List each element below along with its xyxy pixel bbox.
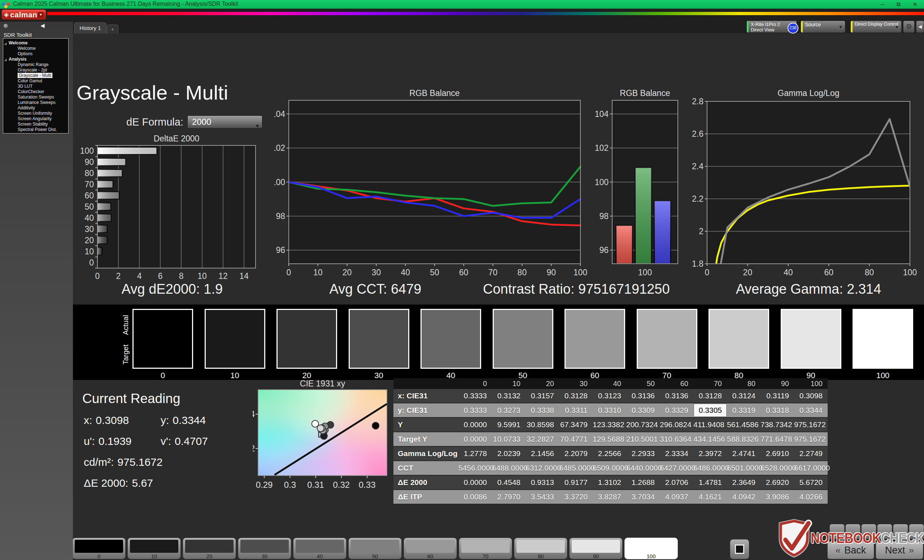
menu-chevron-icon[interactable]: ▾ xyxy=(38,12,44,18)
table-cell[interactable]: 2.7970 xyxy=(492,490,525,504)
level-tile-90[interactable]: 90 xyxy=(569,538,622,559)
table-cell[interactable]: 975.1672 xyxy=(794,432,828,446)
table-cell[interactable]: 2.2079 xyxy=(559,447,592,460)
add-tab-button[interactable]: + xyxy=(107,24,118,34)
tree-item-grayscale-2pt[interactable]: Grayscale - 2pt xyxy=(3,67,68,73)
level-tile-50[interactable]: 50 xyxy=(348,538,402,559)
restore-button-icon[interactable]: ⧉ xyxy=(892,0,904,8)
table-cell[interactable]: 2.3972 xyxy=(693,447,727,460)
table-cell[interactable]: 4.0266 xyxy=(794,490,828,504)
table-cell[interactable]: 0.9177 xyxy=(559,476,592,489)
table-cell[interactable]: 2.0239 xyxy=(492,447,525,460)
level-tile-80[interactable]: 80 xyxy=(514,538,567,559)
settings-gear-icon[interactable]: ⚙ xyxy=(903,21,915,33)
table-cell[interactable]: 9.5991 xyxy=(492,418,525,431)
table-cell[interactable]: 771.6478 xyxy=(760,432,794,446)
table-cell[interactable]: 0.0000 xyxy=(458,418,492,431)
table-cell[interactable]: 0.3309 xyxy=(626,403,660,417)
table-cell[interactable]: 0.3310 xyxy=(592,403,626,417)
table-cell[interactable]: 10.0733 xyxy=(492,432,525,446)
table-cell[interactable]: 0.9313 xyxy=(525,476,559,489)
table-cell[interactable]: 30.8598 xyxy=(525,418,559,431)
level-tile-10[interactable]: 10 xyxy=(128,538,181,559)
table-cell[interactable]: 588.8326 xyxy=(727,432,760,446)
table-cell[interactable]: 2.4741 xyxy=(727,447,760,460)
tree-item-saturation-sweeps[interactable]: Saturation Sweeps xyxy=(3,94,68,100)
tree-expander-icon[interactable]: ◢ xyxy=(4,41,6,46)
tree-item-analysis[interactable]: ◢Analysis xyxy=(3,57,68,62)
table-cell[interactable]: 738.7342 xyxy=(760,418,794,431)
table-cell[interactable]: 0.3119 xyxy=(760,389,794,403)
table-cell[interactable]: 6488.0000 xyxy=(492,461,525,475)
table-cell[interactable]: 0.3318 xyxy=(760,403,794,417)
tree-item-screen-angularity[interactable]: Screen Angularity xyxy=(3,116,68,121)
table-cell[interactable]: 6528.0000 xyxy=(760,461,794,475)
table-cell[interactable]: 3.9086 xyxy=(760,490,794,504)
tree-item-welcome[interactable]: Welcome xyxy=(3,46,68,51)
table-cell[interactable]: 0.3311 xyxy=(559,403,592,417)
table-cell[interactable]: 6501.0000 xyxy=(727,461,760,475)
tree-item-colorchecker[interactable]: ColorChecker xyxy=(3,89,68,94)
table-cell[interactable]: 0.3305 xyxy=(693,403,727,417)
table-cell[interactable]: 0.3136 xyxy=(626,389,660,403)
display-control-dropdown[interactable]: Direct Display Control ▼ xyxy=(850,21,902,33)
table-cell[interactable]: 1.2688 xyxy=(626,476,660,489)
table-cell[interactable]: 0.3136 xyxy=(660,389,693,403)
table-cell[interactable]: 0.3098 xyxy=(794,389,828,403)
table-cell[interactable]: 4.0937 xyxy=(660,490,693,504)
level-tile-30[interactable]: 30 xyxy=(238,538,291,559)
level-tile-20[interactable]: 20 xyxy=(183,538,236,559)
table-cell[interactable]: 2.2933 xyxy=(626,447,660,460)
table-cell[interactable]: 0.3157 xyxy=(525,389,559,403)
collapse-panel-icon[interactable]: ◀ xyxy=(916,21,924,33)
minimize-button-icon[interactable]: ─ xyxy=(876,0,889,8)
table-cell[interactable]: 6440.0000 xyxy=(626,461,660,475)
tree-item-additivity[interactable]: Additivity xyxy=(3,105,68,111)
table-cell[interactable]: 2.3649 xyxy=(727,476,760,489)
table-cell[interactable]: 0.4548 xyxy=(492,476,525,489)
sidebar-collapse-icon[interactable]: ◀ xyxy=(40,22,45,29)
table-cell[interactable]: 129.5688 xyxy=(592,432,626,446)
table-cell[interactable]: 2.0706 xyxy=(660,476,693,489)
table-cell[interactable]: 32.2827 xyxy=(525,432,559,446)
tree-item-luminance-sweeps[interactable]: Luminance Sweeps xyxy=(3,100,68,105)
level-tile-0[interactable]: 0 xyxy=(72,538,126,559)
table-cell[interactable]: 0.3128 xyxy=(693,389,727,403)
calman-menu-button[interactable]: ◈ calman ▾ xyxy=(2,9,46,20)
table-cell[interactable]: 0.3273 xyxy=(492,403,525,417)
tree-item-screen-uniformity[interactable]: Screen Uniformity xyxy=(3,111,68,116)
level-tile-40[interactable]: 40 xyxy=(293,538,346,559)
table-cell[interactable]: 975.1672 xyxy=(794,418,828,431)
close-button-icon[interactable]: ✕ xyxy=(909,0,921,8)
tree-item-dynamic-range[interactable]: Dynamic Range xyxy=(3,62,68,67)
table-cell[interactable]: 3.3720 xyxy=(559,490,592,504)
tab-history-1[interactable]: History 1 xyxy=(74,22,106,34)
level-tile-60[interactable]: 60 xyxy=(404,538,457,559)
table-cell[interactable]: 3.5433 xyxy=(525,490,559,504)
table-cell[interactable]: 123.3382 xyxy=(592,418,626,431)
tree-item-screen-stability[interactable]: Screen Stability xyxy=(3,121,68,127)
tree-item-3d-lut[interactable]: 3D LUT xyxy=(3,84,68,89)
table-cell[interactable]: 6509.0000 xyxy=(592,461,626,475)
stop-button[interactable] xyxy=(730,539,749,559)
table-cell[interactable]: 0.3333 xyxy=(458,403,492,417)
table-cell[interactable]: 6485.0000 xyxy=(559,461,592,475)
table-cell[interactable]: 6427.0000 xyxy=(660,461,693,475)
table-cell[interactable]: 70.4771 xyxy=(559,432,592,446)
table-cell[interactable]: 3.8287 xyxy=(592,490,626,504)
table-cell[interactable]: 5456.0000 xyxy=(458,461,492,475)
table-cell[interactable]: 0.3132 xyxy=(492,389,525,403)
tree-item-grayscale-multi[interactable]: Grayscale - Multi xyxy=(3,73,68,78)
table-cell[interactable]: 0.3344 xyxy=(794,403,828,417)
table-cell[interactable]: 0.0086 xyxy=(458,490,492,504)
table-cell[interactable]: 0.3123 xyxy=(592,389,626,403)
table-cell[interactable]: 1.2778 xyxy=(458,447,492,460)
table-cell[interactable]: 6486.0000 xyxy=(693,461,727,475)
table-cell[interactable]: 0.3319 xyxy=(727,403,760,417)
table-cell[interactable]: 0.0000 xyxy=(458,432,492,446)
tree-item-options[interactable]: Options xyxy=(3,51,68,57)
table-cell[interactable]: 1.4781 xyxy=(693,476,727,489)
table-cell[interactable]: 0.3124 xyxy=(727,389,760,403)
table-cell[interactable]: 67.3479 xyxy=(559,418,592,431)
tree-item-color-gamut[interactable]: Color Gamut xyxy=(3,78,68,84)
